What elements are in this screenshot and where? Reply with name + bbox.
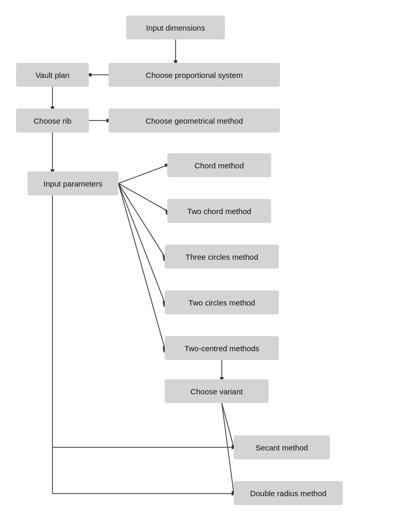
vault-plan-box: Vault plan — [16, 63, 89, 87]
choose-proportional-box: Choose proportional system — [109, 63, 280, 87]
svg-line-14 — [118, 183, 165, 257]
svg-line-22 — [222, 403, 234, 447]
choose-rib-box: Choose rib — [16, 109, 89, 132]
chord-method-box: Chord method — [167, 153, 271, 177]
choose-variant-box: Choose variant — [165, 379, 269, 403]
input-dimensions-box: Input dimensions — [126, 16, 225, 39]
svg-line-10 — [118, 165, 167, 183]
secant-method-box: Secant method — [234, 435, 330, 459]
choose-geometrical-box: Choose geometrical method — [109, 109, 280, 132]
double-radius-method-box: Double radius method — [234, 481, 343, 505]
two-chord-method-box: Two chord method — [167, 199, 271, 223]
flowchart-diagram: Input dimensions Choose proportional sys… — [0, 0, 401, 532]
svg-line-16 — [118, 183, 165, 302]
svg-line-12 — [118, 183, 167, 211]
input-parameters-box: Input parameters — [28, 171, 118, 195]
two-circles-method-box: Two circles method — [165, 290, 279, 314]
svg-line-18 — [118, 183, 165, 348]
svg-line-24 — [222, 403, 234, 493]
three-circles-method-box: Three circles method — [165, 245, 279, 269]
two-centred-methods-box: Two-centred methods — [165, 336, 279, 360]
